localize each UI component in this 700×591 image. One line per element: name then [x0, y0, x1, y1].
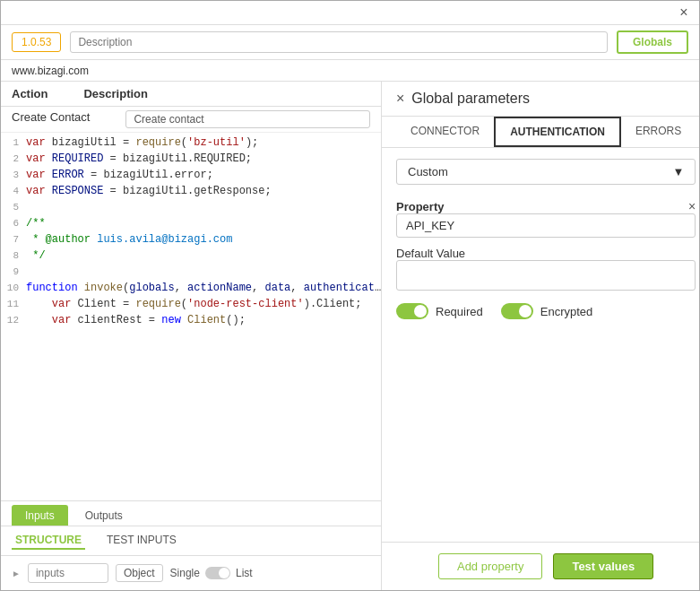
encrypted-toggle-item: Encrypted — [501, 303, 593, 319]
description-input[interactable] — [70, 31, 608, 53]
single-list-toggle-switch[interactable] — [205, 567, 230, 579]
structure-subtab[interactable]: STRUCTURE — [12, 532, 85, 550]
code-line-7: 7 * @author luis.avila@bizagi.com — [1, 233, 381, 249]
toolbar-row: 1.0.53 Globals — [1, 25, 699, 60]
code-line-4: 4 var RESPONSE = bizagiUtil.getResponse; — [1, 185, 381, 201]
code-line-9: 9 — [1, 265, 381, 282]
close-window-button[interactable]: × — [676, 4, 692, 21]
authentication-tab[interactable]: AUTHENTICATION — [494, 117, 621, 147]
required-toggle-item: Required — [396, 303, 483, 319]
url-row: www.bizagi.com — [1, 60, 699, 82]
panel-body: Custom ▼ Property × Default Value — [382, 148, 699, 542]
toggle-group: Required Encrypted — [396, 300, 696, 323]
code-line-10: 10 function invoke(globals, actionName, … — [1, 282, 381, 298]
property-section: Property × — [396, 199, 696, 238]
right-panel: × Global parameters CONNECTOR AUTHENTICA… — [382, 82, 699, 590]
code-line-8: 8 */ — [1, 249, 381, 265]
url-text: www.bizagi.com — [12, 65, 89, 77]
test-values-button[interactable]: Test values — [553, 553, 653, 579]
code-area: 1 var bizagiUtil = require('bz-util'); 2… — [1, 133, 381, 500]
code-line-6: 6 /** — [1, 217, 381, 233]
title-bar: × — [1, 1, 699, 25]
sub-tabs: STRUCTURE TEST INPUTS — [1, 526, 381, 556]
add-property-button[interactable]: Add property — [438, 553, 542, 579]
code-line-1: 1 var bizagiUtil = require('bz-util'); — [1, 136, 381, 152]
errors-tab[interactable]: ERRORS — [621, 117, 696, 147]
action-header: Action Description — [1, 82, 381, 107]
chevron-down-icon: ▼ — [672, 165, 684, 178]
property-input[interactable] — [396, 213, 696, 238]
encrypted-toggle[interactable] — [501, 303, 533, 319]
object-badge: Object — [116, 564, 163, 582]
description-column-header: Description — [83, 87, 148, 100]
main-window: × 1.0.53 Globals www.bizagi.com Action D… — [0, 0, 700, 591]
chevron-right-icon: ► — [12, 569, 21, 578]
code-line-12: 12 var clientRest = new Client(); — [1, 314, 381, 330]
code-line-3: 3 var ERROR = bizagiUtil.error; — [1, 169, 381, 185]
default-value-label: Default Value — [396, 247, 696, 260]
property-section-header: Property × — [396, 199, 696, 213]
code-line-5: 5 — [1, 201, 381, 217]
panel-title: Global parameters — [411, 91, 530, 107]
panel-header: × Global parameters — [382, 82, 699, 117]
dropdown-value: Custom — [408, 165, 448, 178]
custom-dropdown[interactable]: Custom ▼ — [396, 159, 696, 185]
input-output-tabs: Inputs Outputs — [1, 500, 381, 526]
panel-tabs: CONNECTOR AUTHENTICATION ERRORS — [382, 117, 699, 148]
version-badge: 1.0.53 — [12, 32, 61, 52]
property-label: Property — [396, 200, 444, 213]
code-line-11: 11 var Client = require('node-rest-clien… — [1, 298, 381, 314]
inputs-field[interactable] — [28, 563, 108, 583]
code-line-2: 2 var REQUIRED = bizagiUtil.REQUIRED; — [1, 152, 381, 169]
action-row: Create Contact — [1, 107, 381, 133]
close-panel-button[interactable]: × — [396, 91, 404, 107]
outputs-tab[interactable]: Outputs — [72, 505, 136, 526]
left-panel: Action Description Create Contact 1 var … — [1, 82, 382, 590]
inputs-tab[interactable]: Inputs — [12, 505, 68, 526]
encrypted-label: Encrypted — [540, 305, 593, 318]
single-list-toggle: Single List — [170, 567, 253, 579]
required-toggle[interactable] — [396, 303, 428, 319]
action-value: Create Contact — [12, 110, 90, 128]
connector-tab[interactable]: CONNECTOR — [396, 117, 494, 147]
property-close-button[interactable]: × — [688, 199, 696, 213]
list-label: List — [236, 567, 253, 579]
default-value-input[interactable] — [396, 260, 696, 291]
required-label: Required — [436, 305, 483, 318]
action-description-input[interactable] — [125, 110, 370, 128]
single-label: Single — [170, 567, 200, 579]
test-inputs-subtab[interactable]: TEST INPUTS — [103, 532, 180, 550]
main-content: Action Description Create Contact 1 var … — [1, 82, 699, 590]
default-value-section: Default Value — [396, 247, 696, 291]
panel-footer: Add property Test values — [382, 542, 699, 590]
action-column-header: Action — [12, 87, 48, 100]
inputs-area: ► Object Single List — [1, 556, 381, 590]
globals-button[interactable]: Globals — [617, 30, 688, 54]
